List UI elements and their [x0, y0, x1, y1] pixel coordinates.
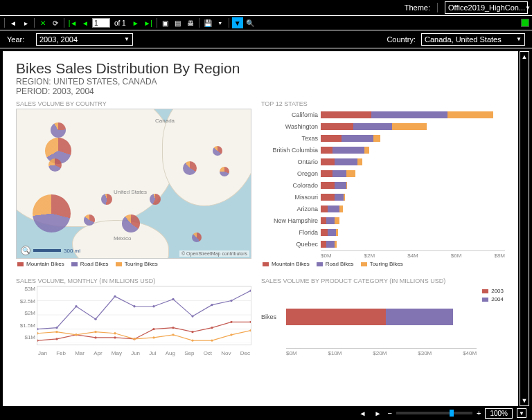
state-label: Oregon: [261, 170, 321, 177]
category-label: Bikes: [261, 313, 286, 320]
page-number-input[interactable]: [92, 18, 110, 28]
page-title: Bikes Sales Distribution By Region: [16, 60, 505, 77]
print-layout-icon[interactable]: ▣: [160, 17, 171, 28]
state-row: Missouri: [261, 191, 505, 203]
stop-icon[interactable]: ✕: [37, 17, 48, 28]
legend-mtn: Mountain Bikes: [26, 261, 64, 267]
svg-point-16: [249, 321, 251, 323]
svg-point-40: [249, 329, 251, 331]
page-next-icon[interactable]: ►: [130, 17, 141, 28]
zoom-slider[interactable]: [396, 412, 472, 414]
theme-label: Theme:: [405, 3, 430, 12]
svg-point-15: [230, 321, 232, 323]
zoom-dropdown-icon[interactable]: ▼: [517, 408, 526, 418]
map-pie-texas[interactable]: [122, 214, 140, 232]
map-pie-arizona[interactable]: [84, 214, 95, 226]
map-legend: Mountain Bikes Road Bikes Touring Bikes: [16, 259, 251, 269]
state-label: Missouri: [261, 194, 321, 201]
state-label: Quebec: [261, 241, 321, 248]
svg-point-30: [55, 331, 57, 333]
refresh-icon[interactable]: ⟳: [50, 17, 61, 28]
svg-point-19: [75, 305, 77, 307]
map[interactable]: Canada United States México 🔍 300 mi © O…: [16, 109, 251, 259]
state-row: Texas: [261, 132, 505, 144]
page-last-icon[interactable]: ►|: [143, 17, 154, 28]
nav-next-page-icon[interactable]: ►: [373, 408, 384, 419]
svg-point-21: [114, 295, 116, 298]
print-icon[interactable]: 🖶: [185, 17, 196, 28]
viewer: Bikes Sales Distribution By Region REGIO…: [0, 48, 532, 406]
map-label-mexico: México: [114, 235, 131, 241]
export-icon[interactable]: 💾: [202, 17, 213, 28]
export-dropdown-icon[interactable]: ▼: [215, 17, 226, 28]
country-select[interactable]: Canada, United States ▼: [421, 33, 525, 46]
theme-select[interactable]: Office2019_HighCon... ▼: [445, 1, 528, 14]
svg-point-9: [114, 336, 116, 338]
state-label: California: [261, 111, 321, 118]
states-x-axis: $0M$2M$4M$6M$8M: [321, 250, 505, 259]
state-row: Quebec: [261, 238, 505, 250]
scroll-up-icon[interactable]: ▲: [520, 52, 529, 62]
year-select[interactable]: 2003, 2004 ▼: [36, 33, 133, 46]
svg-point-29: [37, 332, 39, 334]
svg-point-27: [230, 300, 232, 302]
chevron-down-icon: ▼: [525, 5, 531, 11]
region-line: REGION: United States, Canada: [16, 77, 505, 86]
page-first-icon[interactable]: |◄: [67, 17, 78, 28]
monthly-chart: [37, 286, 251, 345]
theme-value: Office2019_HighCon...: [448, 3, 525, 12]
scroll-down-icon[interactable]: ▼: [520, 396, 529, 405]
legend-tour: Touring Bikes: [125, 261, 158, 267]
map-pie-quebec[interactable]: [213, 146, 222, 156]
year-label: Year:: [7, 35, 30, 44]
page-prev-icon[interactable]: ◄: [80, 17, 91, 28]
map-cell: SALES VOLUME BY COUNTRY Canada United St…: [16, 96, 251, 269]
state-label: Ontario: [261, 158, 321, 165]
map-pie-florida[interactable]: [192, 232, 202, 243]
status-indicator: [521, 19, 529, 27]
svg-point-6: [55, 338, 57, 340]
page-total: of 1: [112, 19, 129, 27]
legend-tour: Touring Bikes: [370, 261, 403, 267]
category-x-axis: $0M$10M$20M$30M$40M: [286, 348, 477, 356]
map-pie-california[interactable]: [33, 194, 71, 232]
status-bar: ◄ ► − + 100% ▼: [0, 406, 532, 420]
svg-point-22: [133, 305, 135, 307]
parameters-icon[interactable]: ▼: [232, 17, 243, 28]
zoom-icon[interactable]: 🔍: [21, 246, 30, 255]
state-row: Colorado: [261, 179, 505, 191]
search-icon[interactable]: 🔍: [245, 17, 256, 28]
svg-point-12: [172, 327, 174, 329]
states-chart: CaliforniaWashingtonTexasBritish Columbi…: [261, 109, 505, 250]
map-attribution: © OpenStreetMap contributors: [179, 250, 249, 257]
nav-first-icon[interactable]: ◄: [8, 17, 19, 28]
svg-point-36: [172, 334, 174, 336]
monthly-x-axis: JanFebMarAprMayJunJulAugSepOctNovDec: [37, 350, 251, 356]
vertical-scrollbar[interactable]: ▲ ▼: [520, 51, 529, 406]
map-pie-missouri[interactable]: [150, 194, 161, 205]
state-label: Florida: [261, 229, 321, 236]
category-legend: 2003 2004: [481, 286, 505, 356]
state-label: Texas: [261, 135, 321, 142]
legend-road: Road Bikes: [80, 261, 109, 267]
svg-point-24: [172, 298, 174, 300]
category-cell: SALES VOLUME BY PRODUCT CATEGORY (in mil…: [261, 273, 505, 356]
legend-2004: 2004: [491, 296, 504, 302]
nav-prev-page-icon[interactable]: ◄: [357, 408, 369, 419]
svg-point-34: [133, 338, 135, 340]
svg-point-5: [37, 339, 39, 341]
map-pie-oregon[interactable]: [48, 158, 62, 172]
page-setup-icon[interactable]: ▤: [172, 17, 184, 28]
svg-point-17: [37, 328, 39, 330]
country-value: Canada, United States: [425, 35, 502, 44]
state-label: Washington: [261, 123, 321, 130]
legend-road: Road Bikes: [326, 261, 354, 267]
nav-prev-icon[interactable]: ▸: [20, 17, 31, 28]
svg-point-18: [55, 327, 57, 329]
state-label: Arizona: [261, 206, 321, 212]
state-row: Arizona: [261, 203, 505, 214]
states-legend: Mountain Bikes Road Bikes Touring Bikes: [261, 259, 505, 269]
svg-point-11: [152, 328, 154, 330]
state-label: Colorado: [261, 182, 321, 189]
category-section-title: SALES VOLUME BY PRODUCT CATEGORY (in mil…: [261, 277, 505, 284]
